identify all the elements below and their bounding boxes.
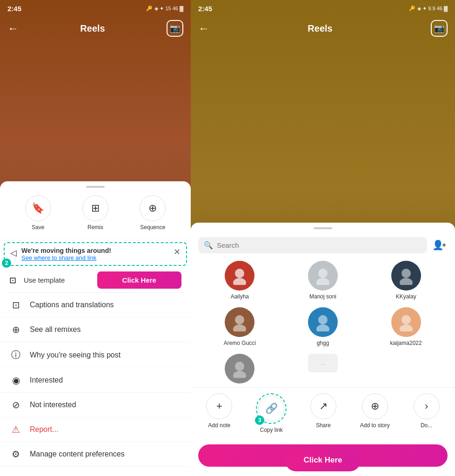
sequence-label: Sequence [140, 224, 165, 231]
add-note-action[interactable]: + Add note [206, 393, 232, 433]
sequence-circle: ⊕ [140, 195, 166, 221]
more-share-icon: › [425, 400, 428, 412]
click-here-button-right[interactable]: Click Here [285, 449, 361, 471]
back-button-right[interactable]: ← [198, 22, 209, 35]
text-partial: ... [308, 354, 338, 372]
step2-badge: 2 [2, 258, 11, 268]
add-symbol: + [442, 241, 446, 249]
action-icons-row: 🔖 Save ⊞ Remix ⊕ Sequence [0, 195, 191, 240]
svg-point-2 [318, 269, 328, 278]
menu-item-not-interested[interactable]: ⊘ Not interested [0, 393, 191, 417]
remix-action[interactable]: ⊞ Remix [82, 195, 108, 231]
add-story-label: Add to story [360, 422, 390, 429]
back-button-left[interactable]: ← [7, 22, 19, 35]
contact-manoj[interactable]: Manoj soni [300, 261, 346, 300]
avatar-ghgg [308, 307, 338, 337]
status-time-right: 2:45 [198, 5, 212, 13]
menu-item-captions[interactable]: ⊡ Captions and translations [0, 293, 191, 317]
notif-text: We're moving things around! See where to… [21, 247, 170, 261]
more-share-action[interactable]: › Do... [414, 393, 440, 433]
search-input[interactable] [217, 241, 422, 249]
svg-point-13 [233, 371, 246, 378]
remixes-label: See all remixes [30, 325, 80, 334]
avatar-partial-1 [225, 354, 254, 383]
copy-link-icon: 🔗 [265, 403, 278, 415]
save-label: Save [32, 224, 44, 231]
not-interested-icon: ⊘ [9, 399, 22, 410]
click-here-button-left[interactable]: Click Here [97, 271, 182, 289]
add-story-icon: ⊕ [371, 400, 379, 412]
avatar-manoj [308, 261, 338, 291]
camera-button-right[interactable]: 📷 [431, 20, 448, 37]
add-note-circle: + [206, 393, 232, 419]
menu-item-why-seeing[interactable]: ⓘ Why you're seeing this post [0, 342, 191, 368]
menu-item-remixes[interactable]: ⊕ See all remixes [0, 317, 191, 342]
contacts-row-2: Aremo Gucci ghgg kaijama2022 [191, 304, 455, 350]
more-share-circle: › [414, 393, 440, 419]
contact-kaijama[interactable]: kaijama2022 [383, 307, 429, 346]
manage-icon: ⚙ [9, 449, 22, 460]
contact-name-manoj: Manoj soni [309, 293, 336, 300]
key-icon: 🔑 [146, 6, 153, 12]
menu-item-manage[interactable]: ⚙ Manage content preferences [0, 442, 191, 467]
status-icons-right: 🔑 ◈ ✦ 9.9 46 ▓ [409, 6, 448, 12]
contact-ghgg[interactable]: ghgg [300, 307, 346, 346]
remix-label: Remix [87, 224, 103, 231]
share-arrow-icon: ↗ [319, 400, 328, 412]
report-label: Report... [30, 425, 58, 434]
camera-icon-left: 📷 [170, 23, 180, 33]
captions-icon: ⊡ [9, 299, 22, 311]
send-icon: ◁ [10, 248, 17, 258]
contact-name-kkyalay: KKyalay [396, 293, 416, 300]
camera-button-left[interactable]: 📷 [167, 20, 183, 37]
avatar-aremo [225, 307, 254, 337]
save-action[interactable]: 🔖 Save [25, 195, 51, 231]
menu-item-interested[interactable]: ◉ Interested [0, 368, 191, 393]
share-actions-row: + Add note 🔗 3 Copy link ↗ Share [191, 387, 455, 439]
contact-name-kaijama: kaijama2022 [390, 340, 422, 346]
add-person-button[interactable]: 👤 + [431, 237, 448, 253]
captions-label: Captions and translations [30, 301, 114, 309]
notif-subtitle[interactable]: See where to share and link [21, 254, 170, 261]
remix-circle: ⊞ [82, 195, 108, 221]
contacts-row-1: Aailyha Manoj soni KKyalay [191, 257, 455, 304]
add-note-icon: + [216, 400, 222, 412]
template-label: Use template [24, 276, 90, 284]
search-container[interactable]: 🔍 [198, 237, 427, 253]
key-icon-right: 🔑 [409, 6, 415, 12]
left-panel: 2:45 🔑 ◈ ✦ 15 46 ▓ ← Reels 📷 🤍 586K 💬 1,… [0, 0, 191, 476]
avatar-aailyha [225, 261, 254, 291]
contact-partial-3 [383, 354, 429, 383]
signal-icons-right: ◈ ✦ 9.9 46 ▓ [417, 6, 448, 12]
contact-aremo[interactable]: Aremo Gucci [216, 307, 263, 346]
sheet-handle-right [314, 227, 332, 229]
top-bar-right: ← Reels 📷 [191, 17, 455, 40]
notif-title: We're moving things around! [21, 247, 170, 254]
sequence-action[interactable]: ⊕ Sequence [140, 195, 166, 231]
add-story-action[interactable]: ⊕ Add to story [360, 393, 390, 433]
info-icon: ⓘ [9, 349, 22, 361]
svg-point-6 [235, 315, 244, 324]
svg-point-3 [316, 278, 329, 285]
save-circle: 🔖 [25, 195, 51, 221]
svg-point-9 [316, 324, 329, 331]
status-bar-right: 2:45 🔑 ◈ ✦ 9.9 46 ▓ [191, 0, 455, 17]
avatar-kaijama [391, 307, 421, 337]
manage-label: Manage content preferences [30, 450, 125, 458]
contact-aailyha[interactable]: Aailyha [216, 261, 263, 300]
copy-link-action[interactable]: 🔗 3 Copy link [256, 393, 287, 433]
menu-item-report[interactable]: ⚠ Report... [0, 417, 191, 442]
notification-dashed: ◁ We're moving things around! See where … [4, 242, 187, 266]
contact-name-aremo: Aremo Gucci [224, 340, 256, 346]
add-note-label: Add note [208, 422, 230, 429]
close-icon[interactable]: ✕ [174, 247, 181, 257]
contact-kkyalay[interactable]: KKyalay [383, 261, 429, 300]
svg-point-5 [400, 278, 413, 285]
report-icon: ⚠ [9, 424, 22, 435]
contact-partial-1[interactable] [216, 354, 263, 383]
reels-title-left: Reels [80, 23, 105, 34]
signal-icons: ◈ ✦ 15 46 ▓ [154, 6, 183, 12]
share-action-item[interactable]: ↗ Share [310, 393, 336, 433]
status-bar-left: 2:45 🔑 ◈ ✦ 15 46 ▓ [0, 0, 191, 17]
template-row: ⊡ Use template Click Here [0, 268, 191, 292]
